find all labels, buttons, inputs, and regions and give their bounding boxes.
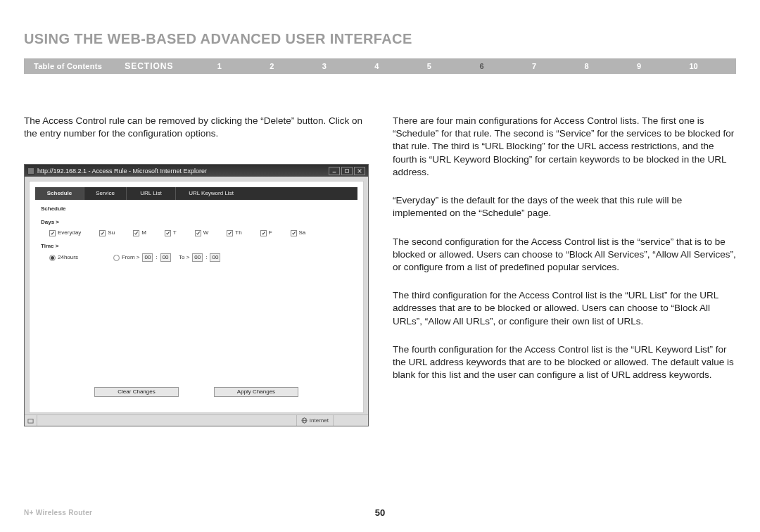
from-label: From > [122,254,140,262]
section-navbar: Table of Contents SECTIONS 1 2 3 4 5 6 7… [24,58,736,74]
window-title-text: http://192.168.2.1 - Access Rule - Micro… [37,167,327,175]
page-title: USING THE WEB-BASED ADVANCED USER INTERF… [24,31,736,47]
schedule-heading: Schedule [41,205,352,213]
section-link-6[interactable]: 6 [479,62,483,70]
browser-body: Schedule Service URL List URL Keyword Li… [29,181,364,413]
right-paragraph-2: “Everyday” is the default for the days o… [393,194,736,220]
section-link-3[interactable]: 3 [322,62,327,70]
favicon-icon [27,167,34,175]
to-min-select[interactable]: 00 [210,253,220,262]
product-name: N+ Wireless Router [24,509,92,517]
everyday-label: Everyday [58,229,81,237]
day-su: Su [108,229,115,237]
right-paragraph-4: The third configuration for the Access C… [393,289,736,328]
left-paragraph-1: The Access Control rule can be removed b… [24,115,369,140]
svg-rect-1 [346,170,349,173]
page-number: 50 [375,507,385,518]
status-bar: Internet [25,414,368,426]
day-th: Th [235,229,241,237]
svg-rect-4 [28,419,33,423]
right-paragraph-3: The second configuration for the Access … [393,236,736,274]
maximize-button[interactable] [341,167,353,175]
section-link-8[interactable]: 8 [584,62,588,70]
browser-window: http://192.168.2.1 - Access Rule - Micro… [24,164,369,426]
toc-link[interactable]: Table of Contents [24,62,112,70]
page-footer: N+ Wireless Router 50 [24,509,736,517]
checkbox-m[interactable] [133,230,139,236]
zone-label: Internet [310,417,329,425]
radio-24hours[interactable] [49,255,56,261]
close-button[interactable] [354,167,365,175]
window-titlebar: http://192.168.2.1 - Access Rule - Micro… [25,165,368,177]
section-link-9[interactable]: 9 [637,62,641,70]
day-t: T [173,229,177,237]
day-m: M [141,229,146,237]
section-link-2[interactable]: 2 [270,62,274,70]
config-tabs: Schedule Service URL List URL Keyword Li… [35,187,357,200]
radio-from[interactable] [113,255,120,261]
clear-changes-button[interactable]: Clear Changes [94,387,179,397]
checkbox-everyday[interactable] [49,230,56,236]
globe-icon [301,417,308,424]
day-f: F [269,229,272,237]
schedule-panel: Schedule Days > Everyday Su M T W Th F S… [35,200,357,267]
tab-schedule[interactable]: Schedule [35,187,84,200]
days-label: Days > [41,219,352,227]
checkbox-f[interactable] [260,230,267,236]
zone-indicator: Internet [296,415,333,426]
sections-numbers: 1 2 3 4 5 6 7 8 9 10 [194,62,736,70]
to-label: To > [179,254,189,262]
time-label: Time > [41,243,352,251]
day-sa: Sa [299,229,306,237]
checkbox-w[interactable] [195,230,201,236]
tab-url-list[interactable]: URL List [127,187,176,200]
checkbox-sa[interactable] [291,230,297,236]
checkbox-t[interactable] [165,230,171,236]
checkbox-th[interactable] [227,230,233,236]
sections-label: SECTIONS [112,61,193,71]
tab-service[interactable]: Service [84,187,127,200]
apply-changes-button[interactable]: Apply Changes [214,387,298,397]
section-link-4[interactable]: 4 [374,62,379,70]
right-paragraph-5: The fourth configuration for the Access … [393,343,736,382]
checkbox-su[interactable] [99,230,106,236]
minimize-button[interactable] [329,167,340,175]
24hours-label: 24hours [58,254,78,262]
day-w: W [203,229,209,237]
tab-url-keyword-list[interactable]: URL Keyword List [176,187,246,200]
right-paragraph-1: There are four main configurations for A… [393,115,736,179]
section-link-1[interactable]: 1 [217,62,222,70]
from-hour-select[interactable]: 00 [142,253,153,262]
section-link-7[interactable]: 7 [532,62,536,70]
section-link-10[interactable]: 10 [690,62,698,70]
to-hour-select[interactable]: 00 [192,253,203,262]
section-link-5[interactable]: 5 [427,62,431,70]
status-box [333,415,368,426]
from-min-select[interactable]: 00 [160,253,171,262]
status-icon [25,415,37,426]
